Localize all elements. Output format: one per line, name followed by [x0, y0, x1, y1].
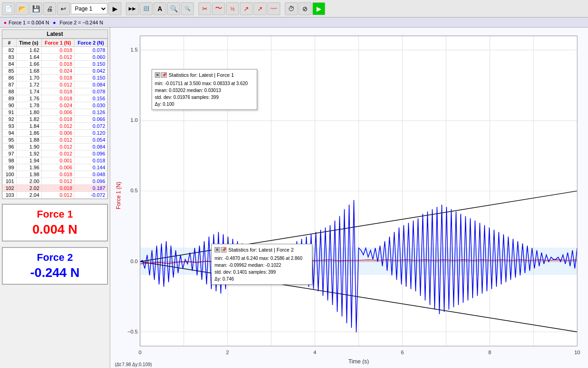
cell-time: 1.70: [16, 75, 41, 81]
table-row[interactable]: 92 1.82 0.018 0.066: [3, 116, 107, 123]
svg-text:4: 4: [313, 350, 316, 355]
cell-time: 1.76: [16, 95, 41, 102]
cell-rownum: 94: [3, 130, 17, 137]
table-row[interactable]: 101 2.00 0.012 0.096: [3, 178, 107, 185]
table-row[interactable]: 90 1.78 0.024 0.030: [3, 102, 107, 109]
tool2-button[interactable]: 〜: [212, 2, 225, 15]
table-row[interactable]: 84 1.66 0.018 0.150: [3, 61, 107, 68]
status-f1: Force 1 = 0.004 N: [9, 20, 49, 25]
cell-rownum: 98: [3, 157, 17, 164]
table-row[interactable]: 94 1.86 0.006 0.120: [3, 130, 107, 137]
table-row[interactable]: 83 1.64 0.012 0.060: [3, 54, 107, 61]
timer-button[interactable]: ⏱: [285, 2, 298, 15]
run-button[interactable]: ▶: [312, 2, 325, 15]
svg-text:8: 8: [488, 350, 491, 355]
stats-popup-f2-pin[interactable]: 📌: [221, 247, 226, 253]
stats-popup-f1-pin[interactable]: 📌: [161, 72, 167, 78]
cell-f2: 0.018: [74, 157, 107, 164]
left-panel: Latest # Time (s) Force 1 (N) Force 2 (N…: [0, 28, 110, 368]
print-button[interactable]: 🖨: [43, 2, 56, 15]
stats-popup-f2-title: Statistics for: Latest | Force 2: [228, 246, 294, 254]
tool4-button[interactable]: ↗: [240, 2, 253, 15]
cell-time: 1.78: [16, 102, 41, 109]
cell-f2: 0.144: [74, 164, 107, 171]
table-row[interactable]: 98 1.94 0.001 0.018: [3, 157, 107, 164]
cell-f1: 0.012: [41, 54, 74, 61]
zoom-out-button[interactable]: 🔍: [181, 2, 194, 15]
tool6-button[interactable]: 〰: [267, 2, 280, 15]
cell-f1: 0.024: [41, 102, 74, 109]
skip-button[interactable]: ▶▶: [126, 2, 139, 15]
data-button[interactable]: 🔢: [140, 2, 153, 15]
cell-f2: 0.156: [74, 95, 107, 102]
toolbar: 📄 📂 💾 🖨 ↩ Page 1 ▶ ▶▶ 🔢 A 🔍 🔍 ✂ 〜 ½ ↗ ↗ …: [0, 0, 588, 17]
stats-popup-f2-std: std. dev: 0.1401 samples: 399: [215, 269, 309, 276]
cell-time: 1.64: [16, 54, 41, 61]
stats-popup-f2-header: ✕ 📌 Statistics for: Latest | Force 2: [215, 246, 309, 254]
table-row[interactable]: 89 1.76 0.018 0.156: [3, 95, 107, 102]
tool5-button[interactable]: ↗: [254, 2, 266, 15]
cell-f1: 0.018: [41, 61, 74, 68]
stats-popup-f2-close[interactable]: ✕: [215, 247, 220, 253]
stats-popup-f2-dy: Δy: 0.746: [215, 276, 309, 282]
table-row[interactable]: 99 1.96 0.006 0.144: [3, 164, 107, 171]
cell-f1: 0.018: [41, 47, 74, 54]
table-row[interactable]: 88 1.74 0.018 0.078: [3, 88, 107, 95]
cell-time: 2.04: [16, 192, 41, 199]
cell-f1: 0.012: [41, 144, 74, 150]
stats-popup-f1-title: Statistics for: Latest | Force 1: [169, 71, 234, 79]
table-row[interactable]: 82 1.62 0.018 0.078: [3, 47, 107, 54]
cell-f1: 0.018: [41, 185, 74, 192]
stats-popup-f1-close[interactable]: ✕: [155, 72, 160, 78]
table-row[interactable]: 100 1.98 0.018 0.048: [3, 171, 107, 178]
back-button[interactable]: ↩: [57, 2, 70, 15]
cell-f2: 0.060: [74, 54, 107, 61]
cell-time: 1.98: [16, 171, 41, 178]
open-button[interactable]: 📂: [16, 2, 28, 15]
cell-rownum: 95: [3, 137, 17, 144]
cell-f1: 0.018: [41, 95, 74, 102]
table-row[interactable]: 103 2.04 0.012 -0.072: [3, 192, 107, 199]
svg-text:10: 10: [574, 350, 580, 355]
cell-time: 2.00: [16, 178, 41, 185]
tool1-button[interactable]: ✂: [198, 2, 211, 15]
cell-f1: 0.018: [41, 116, 74, 123]
col-header-f1: Force 1 (N): [41, 39, 74, 47]
cell-f1: 0.001: [41, 157, 74, 164]
page-select[interactable]: Page 1: [71, 3, 107, 14]
table-row[interactable]: 102 2.02 0.018 0.187: [3, 185, 107, 192]
force1-display: Force 1 0.004 N: [2, 204, 108, 242]
table-row[interactable]: 97 1.92 0.012 0.096: [3, 150, 107, 157]
table-row[interactable]: 87 1.72 0.012 0.084: [3, 81, 107, 88]
status-dot-f1: ●: [4, 20, 7, 25]
new-button[interactable]: 📄: [2, 2, 15, 15]
table-row[interactable]: 91 1.80 0.006 0.126: [3, 109, 107, 116]
cell-time: 1.96: [16, 164, 41, 171]
cell-f1: 0.006: [41, 164, 74, 171]
save-button[interactable]: 💾: [29, 2, 42, 15]
cell-f2: 0.084: [74, 144, 107, 150]
cell-f2: 0.078: [74, 88, 107, 95]
table-header: Latest: [2, 30, 107, 39]
zoom-in-button[interactable]: 🔍: [167, 2, 180, 15]
cell-rownum: 82: [3, 47, 17, 54]
cell-time: 1.82: [16, 116, 41, 123]
cell-f2: 0.096: [74, 178, 107, 185]
next-page-button[interactable]: ▶: [108, 2, 121, 15]
cell-rownum: 92: [3, 116, 17, 123]
table-row[interactable]: 95 1.88 0.012 0.054: [3, 137, 107, 144]
col-header-row: #: [3, 39, 17, 47]
cell-f2: 0.084: [74, 81, 107, 88]
tool3-button[interactable]: ½: [226, 2, 239, 15]
text-button[interactable]: A: [153, 2, 166, 15]
svg-text:1.0: 1.0: [130, 118, 138, 123]
table-row[interactable]: 85 1.68 0.024 0.042: [3, 68, 107, 75]
table-row[interactable]: 96 1.90 0.012 0.084: [3, 144, 107, 150]
stats-popup-f1-std: std. dev: 0.01976 samples: 399: [155, 94, 254, 101]
cell-rownum: 96: [3, 144, 17, 150]
table-row[interactable]: 86 1.70 0.018 0.150: [3, 75, 107, 81]
cell-f1: 0.012: [41, 123, 74, 130]
cell-f1: 0.012: [41, 192, 74, 199]
zero-button[interactable]: ⊘: [299, 2, 311, 15]
table-row[interactable]: 93 1.84 0.012 0.072: [3, 123, 107, 130]
